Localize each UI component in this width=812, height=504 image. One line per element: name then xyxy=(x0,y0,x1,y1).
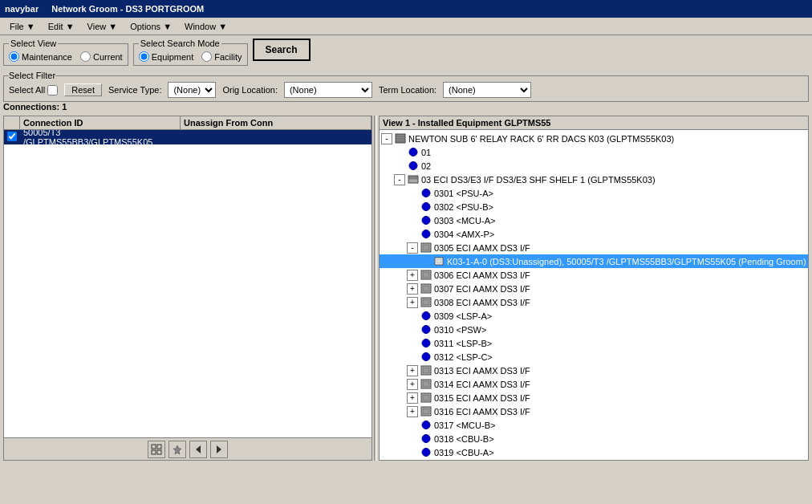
search-equipment-label[interactable]: Equipment xyxy=(139,51,194,62)
tree-node[interactable]: 0301 <PSU-A> xyxy=(380,186,808,200)
svg-point-40 xyxy=(422,421,430,429)
top-row: Select View Maintenance Current Select S… xyxy=(3,39,809,69)
select-search-mode-legend: Select Search Mode xyxy=(139,39,221,48)
tree-node[interactable]: -NEWTON SUB 6' RELAY RACK 6' RR DACS K03… xyxy=(380,132,808,145)
svg-point-15 xyxy=(422,202,430,210)
tree-node[interactable]: 0312 <LSP-C> xyxy=(380,350,808,364)
view-current-radio[interactable] xyxy=(80,51,91,62)
select-view-legend: Select View xyxy=(9,39,58,48)
menu-file[interactable]: File ▼ xyxy=(3,20,42,33)
svg-rect-3 xyxy=(157,450,161,454)
view-maintenance-radio[interactable] xyxy=(9,51,19,62)
tool-icon-btn[interactable] xyxy=(168,441,186,458)
tree-expander[interactable]: - xyxy=(407,242,418,254)
tree-node-label: 0314 ECI AAMX DS3 I/F xyxy=(434,380,530,389)
circle-blue-icon xyxy=(420,433,432,445)
tree-node[interactable]: 0319 <CBU-A> xyxy=(380,445,808,459)
prev-icon-btn[interactable] xyxy=(189,441,207,458)
search-button[interactable]: Search xyxy=(253,39,311,61)
row-unassign xyxy=(181,136,371,138)
tree-expander[interactable]: + xyxy=(407,297,418,308)
card-icon xyxy=(420,365,432,376)
tree-expander[interactable]: + xyxy=(407,379,418,390)
search-facility-radio[interactable] xyxy=(201,51,212,62)
tree-node[interactable]: 01 xyxy=(380,145,808,159)
tree-node-label: 0301 <PSU-A> xyxy=(434,189,493,198)
circle-blue-icon xyxy=(420,188,432,199)
view-current-text: Current xyxy=(93,52,123,62)
tree-node-label: 0313 ECI AAMX DS3 I/F xyxy=(434,366,530,376)
tree-node-label: 03 ECI DS3/E3 I/F DS3/E3 SHF SHELF 1 (GL… xyxy=(421,175,656,185)
search-facility-text: Facility xyxy=(214,52,242,62)
svg-rect-27 xyxy=(423,299,429,305)
svg-rect-23 xyxy=(423,272,429,278)
tree-node[interactable]: +0314 ECI AAMX DS3 I/F xyxy=(380,377,808,391)
reset-button[interactable]: Reset xyxy=(64,83,102,96)
tree-node[interactable]: 0310 <PSW> xyxy=(380,323,808,336)
split-pane: Connection ID Unassign From Conn 50005/T… xyxy=(3,116,809,461)
tree-node[interactable]: +0316 ECI AAMX DS3 I/F xyxy=(380,404,808,418)
svg-point-28 xyxy=(422,311,430,319)
svg-point-10 xyxy=(409,148,417,156)
tree-node[interactable]: 02 xyxy=(380,159,808,173)
tree-node-label: 0305 ECI AAMX DS3 I/F xyxy=(434,243,530,253)
select-all-label[interactable]: Select All xyxy=(9,85,58,96)
search-facility-label[interactable]: Facility xyxy=(201,51,242,62)
grid-icon-btn[interactable] xyxy=(148,441,165,458)
orig-location-label: Orig Location: xyxy=(222,85,277,95)
menu-bar: File ▼ Edit ▼ View ▼ Options ▼ Window ▼ xyxy=(0,18,812,35)
tree-node[interactable]: -03 ECI DS3/E3 I/F DS3/E3 SHF SHELF 1 (G… xyxy=(380,173,808,186)
tree-node[interactable]: K03-1-A-0 (DS3:Unassigned), 50005/T3 /GL… xyxy=(380,254,808,268)
tree-expander[interactable]: + xyxy=(407,270,418,281)
tree-container[interactable]: -NEWTON SUB 6' RELAY RACK 6' RR DACS K03… xyxy=(380,130,808,460)
tree-expander[interactable]: + xyxy=(407,365,418,376)
search-equipment-radio[interactable] xyxy=(139,51,149,62)
menu-view[interactable]: View ▼ xyxy=(81,20,124,33)
svg-point-29 xyxy=(422,325,430,333)
svg-rect-0 xyxy=(152,445,156,449)
svg-rect-37 xyxy=(423,395,429,400)
menu-window[interactable]: Window ▼ xyxy=(178,20,233,33)
tree-node[interactable]: 0311 <LSP-B> xyxy=(380,336,808,350)
svg-rect-39 xyxy=(423,408,429,414)
card-icon xyxy=(420,283,432,295)
svg-rect-33 xyxy=(423,368,429,373)
view-current-label[interactable]: Current xyxy=(80,51,123,62)
svg-point-30 xyxy=(422,339,430,347)
row-checkbox[interactable] xyxy=(7,132,17,141)
tree-expander[interactable]: + xyxy=(407,406,418,417)
tree-expander[interactable]: - xyxy=(394,174,405,185)
next-icon-btn[interactable] xyxy=(210,441,228,458)
col-header-connection-id: Connection ID xyxy=(20,116,181,129)
tree-node[interactable]: +0308 ECI AAMX DS3 I/F xyxy=(380,295,808,309)
select-all-checkbox[interactable] xyxy=(47,85,58,96)
tree-expander[interactable]: - xyxy=(381,133,392,144)
tree-node[interactable]: -0305 ECI AAMX DS3 I/F xyxy=(380,241,808,254)
orig-location-select[interactable]: (None) xyxy=(284,82,372,98)
tree-node[interactable]: +0307 ECI AAMX DS3 I/F xyxy=(380,282,808,295)
tree-node[interactable]: 0317 <MCU-B> xyxy=(380,418,808,432)
tree-expander[interactable]: + xyxy=(407,392,418,404)
left-toolbar xyxy=(4,437,371,460)
tree-node[interactable]: +04 <occupied> xyxy=(380,459,808,460)
menu-edit[interactable]: Edit ▼ xyxy=(42,20,81,33)
menu-options[interactable]: Options ▼ xyxy=(124,20,178,33)
tree-node[interactable]: +0315 ECI AAMX DS3 I/F xyxy=(380,391,808,404)
select-all-text: Select All xyxy=(9,85,45,95)
tree-node-label: 0304 <AMX-P> xyxy=(434,230,494,239)
tree-node[interactable]: 0303 <MCU-A> xyxy=(380,213,808,227)
card-icon xyxy=(420,392,432,404)
select-view-box: Select View Maintenance Current xyxy=(3,39,128,66)
tree-node[interactable]: +0306 ECI AAMX DS3 I/F xyxy=(380,268,808,282)
splitter[interactable] xyxy=(374,116,377,461)
tree-node[interactable]: +0313 ECI AAMX DS3 I/F xyxy=(380,364,808,377)
service-type-select[interactable]: (None) xyxy=(168,82,216,98)
table-row[interactable]: 50005/T3 /GLPTMS55BB3/GLPTMS55K05 xyxy=(4,130,371,144)
tree-expander[interactable]: + xyxy=(407,283,418,295)
tree-node[interactable]: 0302 <PSU-B> xyxy=(380,200,808,213)
tree-node[interactable]: 0318 <CBU-B> xyxy=(380,432,808,445)
tree-node[interactable]: 0309 <LSP-A> xyxy=(380,309,808,323)
term-location-select[interactable]: (None) xyxy=(443,82,531,98)
view-maintenance-label[interactable]: Maintenance xyxy=(9,51,72,62)
tree-node[interactable]: 0304 <AMX-P> xyxy=(380,227,808,241)
